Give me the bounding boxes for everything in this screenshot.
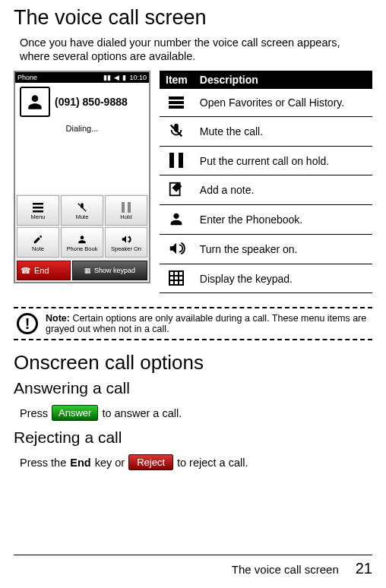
keypad-icon: ▦ <box>84 267 91 274</box>
svg-rect-20 <box>170 281 173 284</box>
end-key-label: End <box>70 457 90 469</box>
text: to reject a call. <box>177 457 248 469</box>
dialing-status: Dialing... <box>15 121 149 194</box>
ss-btn-label: Phone Book <box>67 245 98 252</box>
table-row: Enter the Phonebook. <box>160 205 372 235</box>
note-icon <box>33 233 43 245</box>
sound-icon: ◀ <box>114 74 119 81</box>
row-desc: Turn the speaker on. <box>194 235 372 264</box>
svg-rect-7 <box>169 101 184 104</box>
row-desc: Display the keypad. <box>194 264 372 293</box>
reject-paragraph: Press the End key or Reject to reject a … <box>20 454 372 470</box>
ss-end-button[interactable]: ☎ End <box>17 261 71 280</box>
svg-rect-8 <box>169 106 184 109</box>
menu-icon <box>33 201 43 213</box>
ss-btn-label: Mute <box>76 213 89 220</box>
phone-screenshot: Phone ▮▮ ◀ ▮ 10:10 (091) 850-9888 Dialin… <box>14 71 150 283</box>
svg-rect-19 <box>179 277 182 280</box>
svg-rect-11 <box>179 153 183 168</box>
status-app-label: Phone <box>17 74 37 81</box>
phonebook-icon <box>167 210 185 228</box>
svg-rect-6 <box>169 96 184 100</box>
table-row: Display the keypad. <box>160 264 372 293</box>
row-desc: Put the current call on hold. <box>194 147 372 175</box>
text: Press the <box>20 457 66 469</box>
ss-phonebook-button[interactable]: Phone Book <box>61 227 103 258</box>
table-row: Add a note. <box>160 175 372 205</box>
svg-rect-14 <box>170 272 173 275</box>
svg-rect-15 <box>175 272 178 275</box>
page-title: The voice call screen <box>14 6 372 30</box>
hold-icon <box>167 151 185 169</box>
mute-icon <box>167 122 185 140</box>
svg-rect-0 <box>33 203 43 205</box>
menu-icon <box>167 93 185 112</box>
mute-icon <box>77 201 87 213</box>
page-number: 21 <box>356 560 372 577</box>
table-row: Turn the speaker on. <box>160 235 372 264</box>
table-row: Put the current call on hold. <box>160 147 372 175</box>
status-time: 10:10 <box>129 74 147 81</box>
answer-button-image: Answer <box>52 405 98 421</box>
ss-note-button[interactable]: Note <box>17 227 59 258</box>
reject-heading: Rejecting a call <box>14 428 372 447</box>
note-text: Certain options are only available durin… <box>46 313 366 334</box>
svg-rect-16 <box>179 272 182 275</box>
row-desc: Enter the Phonebook. <box>194 205 372 235</box>
answer-heading: Answering a call <box>14 379 372 397</box>
options-table: Item Description Open Favorites or Call … <box>160 71 372 293</box>
hold-icon <box>122 201 131 213</box>
svg-rect-4 <box>122 202 125 213</box>
text: to answer a call. <box>102 407 182 419</box>
ss-menu-button[interactable]: Menu <box>17 195 59 226</box>
alert-icon: ! <box>17 313 38 334</box>
row-desc: Add a note. <box>194 175 372 205</box>
ss-btn-label: Note <box>32 245 44 252</box>
svg-rect-18 <box>175 277 178 280</box>
ss-speaker-button[interactable]: Speaker On <box>105 227 147 258</box>
ss-btn-label: Hold <box>120 213 131 220</box>
row-desc: Mute the call. <box>194 117 372 147</box>
hangup-icon: ☎ <box>21 266 31 276</box>
section-heading: Onscreen call options <box>14 351 372 375</box>
dialed-number: (091) 850-9888 <box>55 96 128 108</box>
note-icon <box>167 180 185 198</box>
ss-mute-button[interactable]: Mute <box>61 195 103 226</box>
reject-button-image: Reject <box>128 454 173 470</box>
signal-icon: ▮▮ <box>103 74 111 81</box>
ss-btn-label: Speaker On <box>111 245 141 252</box>
svg-rect-22 <box>179 281 182 284</box>
speaker-icon <box>120 233 132 245</box>
page-footer: The voice call screen 21 <box>14 555 372 577</box>
answer-paragraph: Press Answer to answer a call. <box>20 405 372 421</box>
table-row: Open Favorites or Call History. <box>160 89 372 117</box>
battery-icon: ▮ <box>122 74 126 81</box>
note-label: Note: <box>46 313 70 324</box>
ss-hold-button[interactable]: Hold <box>105 195 147 226</box>
row-desc: Open Favorites or Call History. <box>194 89 372 117</box>
svg-rect-5 <box>128 202 131 213</box>
svg-rect-10 <box>169 153 174 168</box>
svg-rect-1 <box>33 207 43 209</box>
speaker-icon <box>167 239 185 258</box>
avatar-icon <box>20 87 50 117</box>
ss-end-label: End <box>34 266 49 275</box>
keypad-icon <box>167 269 185 287</box>
svg-rect-2 <box>33 210 43 213</box>
ss-keypad-label: Show keypad <box>94 267 135 274</box>
table-row: Mute the call. <box>160 117 372 147</box>
svg-rect-21 <box>175 281 178 284</box>
th-item: Item <box>160 71 194 89</box>
phonebook-icon <box>77 233 87 245</box>
ss-keypad-button[interactable]: ▦ Show keypad <box>72 261 147 280</box>
svg-rect-17 <box>170 277 173 280</box>
intro-paragraph: Once you have dialed your number the voi… <box>20 36 372 63</box>
ss-btn-label: Menu <box>31 213 46 220</box>
footer-title: The voice call screen <box>232 563 339 576</box>
text: Press <box>20 407 48 419</box>
note-block: ! Note: Certain options are only availab… <box>14 307 372 340</box>
text: key or <box>95 457 125 469</box>
th-desc: Description <box>194 71 372 89</box>
